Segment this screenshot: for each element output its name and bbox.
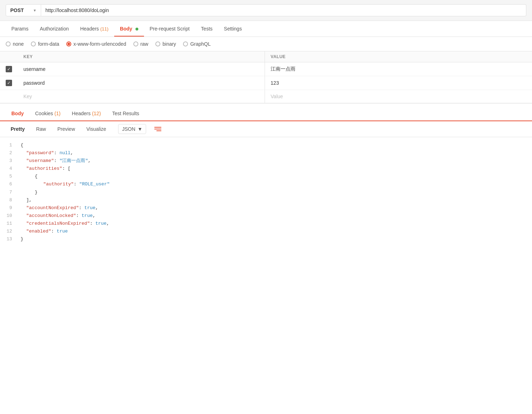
line-code-content: "accountNonExpired": true, <box>18 204 532 212</box>
resp-tab-test-results[interactable]: Test Results <box>106 106 145 121</box>
format-select-chevron-icon: ▼ <box>138 126 143 132</box>
method-select[interactable]: POST ▼ <box>6 4 41 16</box>
code-line: 6"authority": "ROLE_user" <box>0 180 532 188</box>
method-label: POST <box>10 7 24 13</box>
url-input[interactable] <box>41 4 526 16</box>
radio-circle-x-www-form-urlencoded <box>66 41 71 46</box>
json-keyword-value: true <box>57 229 68 234</box>
line-number: 10 <box>0 212 18 220</box>
fmt-pretty-btn[interactable]: Pretty <box>6 124 30 134</box>
json-key: "authorities" <box>26 166 62 171</box>
json-brace: } <box>21 236 23 242</box>
code-line: 8], <box>0 196 532 204</box>
resp-tab-headers[interactable]: Headers (12) <box>66 106 107 121</box>
line-number: 7 <box>0 189 18 196</box>
json-response-code: 1{2"password": null,3"username": "江南一点雨"… <box>0 137 532 247</box>
json-plain-text: , <box>106 221 109 226</box>
body-dot-indicator <box>135 28 138 30</box>
kv-value-cell[interactable]: Value <box>265 90 532 103</box>
json-string-value: "ROLE_user" <box>79 181 110 187</box>
radio-raw[interactable]: raw <box>133 41 149 47</box>
code-line: 10"accountNonLocked": true, <box>0 212 532 220</box>
radio-circle-graphql <box>183 41 188 46</box>
tab-headers[interactable]: Headers (11) <box>74 21 114 37</box>
json-keyword-value: true <box>95 221 106 226</box>
json-plain-text: : [ <box>62 166 70 171</box>
request-tabs: Params Authorization Headers (11) Body P… <box>0 21 532 37</box>
json-string-value: "江南一点雨" <box>60 158 88 163</box>
line-code-content: ], <box>18 196 532 204</box>
kv-key-cell[interactable]: username <box>18 62 265 76</box>
line-code-content: "authority": "ROLE_user" <box>18 180 532 188</box>
line-number: 12 <box>0 228 18 235</box>
row-checkbox[interactable]: ✓ <box>6 66 12 72</box>
line-code-content: "authorities": [ <box>18 165 532 173</box>
json-plain-text: : <box>74 181 79 187</box>
body-type-row: none form-data x-www-form-urlencoded raw… <box>0 37 532 51</box>
tab-tests[interactable]: Tests <box>195 21 218 37</box>
code-line: 11"credentialsNonExpired": true, <box>0 220 532 228</box>
line-number: 1 <box>0 141 18 149</box>
fmt-raw-btn[interactable]: Raw <box>31 124 51 134</box>
line-number: 9 <box>0 204 18 212</box>
kv-value-cell[interactable]: 江南一点雨 <box>265 62 532 76</box>
kv-key-header: KEY <box>18 51 265 62</box>
tab-body[interactable]: Body <box>114 21 144 37</box>
table-row: ✓username江南一点雨 <box>0 62 532 76</box>
line-code-content: { <box>18 173 532 180</box>
line-number: 3 <box>0 157 18 165</box>
tab-params[interactable]: Params <box>6 21 34 37</box>
kv-key-cell[interactable]: password <box>18 76 265 90</box>
json-plain-text: ], <box>26 197 32 203</box>
radio-none[interactable]: none <box>6 41 24 47</box>
json-brace: } <box>35 190 38 195</box>
radio-graphql[interactable]: GraphQL <box>183 41 211 47</box>
kv-value-cell[interactable]: 123 <box>265 76 532 90</box>
code-line: 2"password": null, <box>0 149 532 157</box>
tab-settings[interactable]: Settings <box>218 21 248 37</box>
kv-key-cell[interactable]: Key <box>18 90 265 103</box>
format-select[interactable]: JSON ▼ <box>118 124 146 134</box>
url-bar: POST ▼ <box>0 0 532 21</box>
json-plain-text: : <box>76 213 82 218</box>
code-line: 4"authorities": [ <box>0 165 532 173</box>
resp-tab-body[interactable]: Body <box>6 106 29 121</box>
line-code-content: "credentialsNonExpired": true, <box>18 220 532 228</box>
line-number: 5 <box>0 173 18 180</box>
fmt-visualize-btn[interactable]: Visualize <box>82 124 111 134</box>
resp-tab-cookies[interactable]: Cookies (1) <box>29 106 66 121</box>
tab-authorization[interactable]: Authorization <box>34 21 74 37</box>
line-code-content: "password": null, <box>18 149 532 157</box>
wrap-btn[interactable] <box>150 124 165 134</box>
json-key: "accountNonExpired" <box>26 205 79 211</box>
row-checkbox[interactable]: ✓ <box>6 80 12 86</box>
radio-circle-raw <box>133 41 138 46</box>
radio-binary[interactable]: binary <box>155 41 176 47</box>
json-plain-text: : <box>54 150 60 156</box>
json-brace: { <box>21 142 23 148</box>
line-number: 6 <box>0 180 18 188</box>
line-number: 11 <box>0 220 18 228</box>
json-keyword-value: null <box>60 150 71 156</box>
json-key: "username" <box>26 158 54 163</box>
line-code-content: "enabled": true <box>18 228 532 235</box>
json-plain-text: : <box>51 229 57 234</box>
radio-circle-binary <box>155 41 160 46</box>
code-line: 5{ <box>0 173 532 180</box>
fmt-preview-btn[interactable]: Preview <box>52 124 80 134</box>
code-line: 9"accountNonExpired": true, <box>0 204 532 212</box>
line-number: 2 <box>0 149 18 157</box>
json-key: "authority" <box>43 181 74 187</box>
kv-checkbox-col-header <box>0 51 18 62</box>
radio-circle-none <box>6 41 11 46</box>
kv-value-header: VALUE <box>265 51 532 62</box>
tab-pre-request-script[interactable]: Pre-request Script <box>144 21 195 37</box>
json-plain-text: : <box>90 221 95 226</box>
radio-x-www-form-urlencoded[interactable]: x-www-form-urlencoded <box>66 41 126 47</box>
radio-form-data[interactable]: form-data <box>31 41 59 47</box>
table-row: KeyValue <box>0 90 532 103</box>
json-plain-text: , <box>93 213 95 218</box>
json-brace: { <box>35 174 38 179</box>
code-line: 1{ <box>0 141 532 149</box>
line-code-content: "accountNonLocked": true, <box>18 212 532 220</box>
